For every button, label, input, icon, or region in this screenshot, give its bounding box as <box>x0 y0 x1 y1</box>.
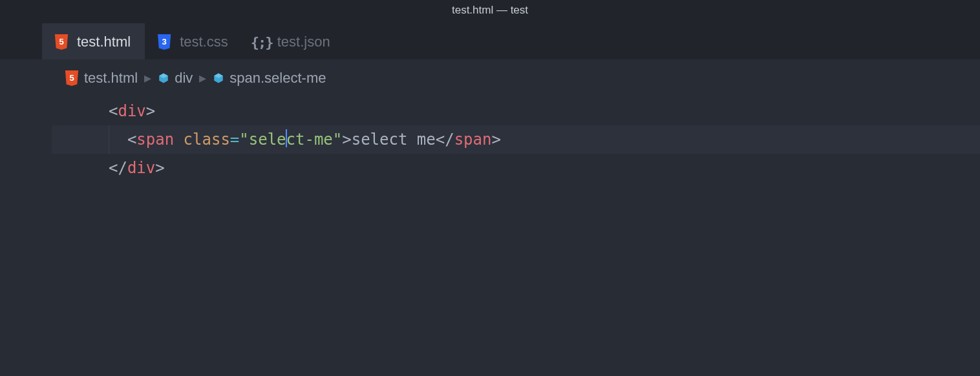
code-token <box>174 131 183 149</box>
tab-label: test.css <box>180 34 228 50</box>
code-token: = <box>230 131 239 149</box>
tab-test-html[interactable]: test.html <box>42 23 145 59</box>
code-token: select me <box>352 131 436 149</box>
code-token: > <box>491 131 500 149</box>
box-icon <box>213 72 224 84</box>
window-titlebar: test.html — test <box>0 0 980 21</box>
code-token: > <box>342 131 351 149</box>
breadcrumb-separator: ▸ <box>144 70 151 87</box>
tab-label: test.json <box>277 34 330 50</box>
html5-icon <box>65 70 79 86</box>
code-line[interactable]: </div> <box>52 154 980 182</box>
code-token: < <box>109 102 118 120</box>
html5-icon <box>54 34 69 50</box>
gutter <box>0 94 41 182</box>
code-token: sele <box>249 131 286 149</box>
code-token: > <box>146 102 155 120</box>
tab-bar: test.html test.css {;} test.json <box>0 21 980 59</box>
code-token: </ <box>109 159 127 177</box>
tab-label: test.html <box>77 34 131 50</box>
window-title: test.html — test <box>452 4 528 17</box>
breadcrumb-separator: ▸ <box>199 70 206 87</box>
code-token: div <box>127 159 155 177</box>
json-icon: {;} <box>254 34 270 50</box>
code-token: span <box>454 131 492 149</box>
breadcrumb: test.html ▸ div ▸ span.select-me <box>0 59 980 94</box>
code-line[interactable]: <div> <box>52 97 980 125</box>
code-token: ct-me <box>286 131 333 149</box>
css3-icon <box>156 34 172 50</box>
tab-test-json[interactable]: {;} test.json <box>242 23 345 59</box>
code-token: " <box>239 131 248 149</box>
code-token: < <box>127 131 136 149</box>
code-indent <box>109 131 127 149</box>
breadcrumb-span[interactable]: span.select-me <box>213 70 326 87</box>
code-token: " <box>333 131 342 149</box>
code-token: div <box>118 102 145 120</box>
breadcrumb-label: test.html <box>84 70 138 87</box>
code-token: > <box>155 159 164 177</box>
code-token: </ <box>436 131 454 149</box>
breadcrumb-label: div <box>175 70 193 87</box>
code-line-active[interactable]: <span class="select-me">select me</span> <box>52 125 980 154</box>
breadcrumb-label: span.select-me <box>229 70 326 87</box>
code-token: span <box>136 131 174 149</box>
breadcrumb-div[interactable]: div <box>158 70 193 87</box>
tab-test-css[interactable]: test.css <box>145 23 242 59</box>
breadcrumb-file[interactable]: test.html <box>65 70 138 87</box>
code-editor[interactable]: <div> <span class="select-me">select me<… <box>0 94 980 182</box>
code-token: class <box>184 131 230 149</box>
indent-guide <box>109 125 109 154</box>
box-icon <box>158 72 169 84</box>
